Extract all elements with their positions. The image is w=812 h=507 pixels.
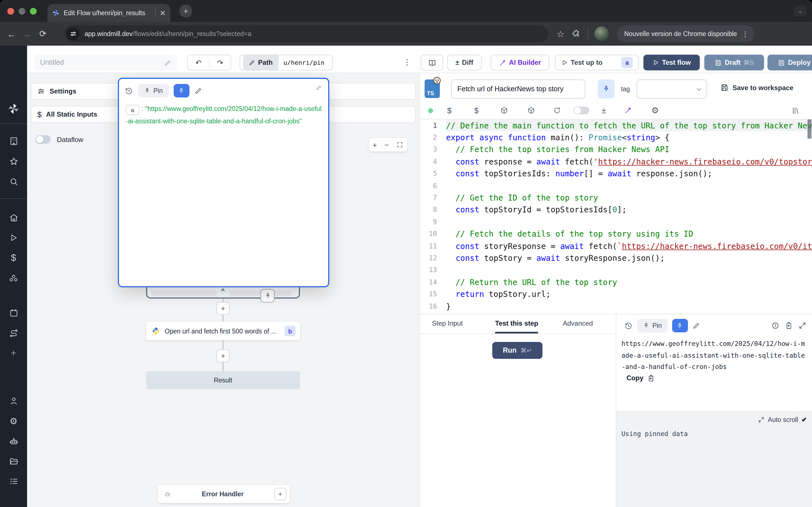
- insert-step-button[interactable]: +: [216, 349, 230, 362]
- copy-button[interactable]: Copy: [626, 374, 655, 382]
- address-bar[interactable]: app.windmill.dev/flows/edit/u/henri/pin_…: [64, 25, 548, 42]
- ai-builder-button[interactable]: AI Builder: [491, 55, 549, 70]
- tab-search-button[interactable]: ⌄: [794, 6, 806, 16]
- back-button[interactable]: ←: [3, 29, 19, 39]
- play-icon: [561, 59, 568, 66]
- step-title-input[interactable]: [451, 79, 585, 99]
- docs-book-button[interactable]: [421, 55, 443, 70]
- resources-dollar-icon[interactable]: $: [474, 101, 479, 119]
- expand-popup-icon[interactable]: [315, 84, 322, 92]
- star-icon[interactable]: [0, 153, 27, 170]
- close-window-button[interactable]: [7, 8, 14, 15]
- new-tab-button[interactable]: +: [179, 4, 192, 17]
- info-icon[interactable]: [771, 322, 779, 330]
- extensions-icon[interactable]: [572, 29, 581, 38]
- error-handler-node[interactable]: Error Handler +: [158, 485, 290, 503]
- home-icon[interactable]: [0, 209, 27, 226]
- gear-icon[interactable]: ⚙: [0, 412, 27, 429]
- sidebar-divider: [0, 198, 27, 199]
- dataflow-toggle[interactable]: [36, 135, 51, 144]
- reload-button[interactable]: ⟳: [35, 29, 51, 39]
- path-button[interactable]: Path u/henri/pin: [240, 55, 333, 70]
- list-icon[interactable]: [0, 473, 27, 490]
- run-button[interactable]: Run⌘↵: [492, 342, 543, 359]
- bookmark-star-icon[interactable]: ☆: [553, 29, 568, 39]
- bug-icon: [163, 490, 171, 498]
- tab-advanced[interactable]: Advanced: [563, 320, 593, 332]
- more-options-icon[interactable]: ⋮: [403, 57, 411, 66]
- auto-scroll-control[interactable]: Auto scroll ✔: [758, 416, 807, 424]
- pin-toggle-button[interactable]: Pin: [138, 84, 168, 98]
- flow-node-b[interactable]: Open url and fetch first 500 words of ..…: [146, 322, 300, 340]
- minimize-window-button[interactable]: [18, 8, 26, 15]
- diff-icon[interactable]: ±: [602, 101, 606, 119]
- draft-button[interactable]: Draft ⌘S: [704, 55, 764, 70]
- save-to-workspace-button[interactable]: Save to workspace: [720, 83, 794, 92]
- fullscreen-icon[interactable]: [799, 322, 806, 330]
- pin-active-button[interactable]: [672, 319, 688, 332]
- calendar-icon[interactable]: [0, 304, 27, 321]
- route-icon[interactable]: [0, 325, 27, 341]
- tab-step-input[interactable]: Step Input: [432, 320, 463, 332]
- pin-toggle-button[interactable]: Pin: [637, 319, 667, 332]
- code-editor[interactable]: 1// Define the main function to fetch th…: [420, 119, 812, 314]
- node-b-label: Open url and fetch first 500 words of ..…: [165, 328, 280, 334]
- node-pin-badge[interactable]: [260, 289, 274, 302]
- package-icon[interactable]: [527, 101, 535, 119]
- editor-settings-gear-icon[interactable]: ⚙: [651, 101, 659, 119]
- plus-icon[interactable]: +: [0, 345, 27, 362]
- insert-step-button[interactable]: +: [216, 302, 230, 315]
- edit-pencil-icon[interactable]: [194, 87, 202, 95]
- checkmark-icon[interactable]: ✔: [802, 416, 807, 424]
- redo-button[interactable]: ↷: [210, 58, 231, 67]
- edit-pencil-icon[interactable]: [692, 322, 700, 330]
- folder-icon[interactable]: [0, 453, 27, 470]
- diff-button[interactable]: ±Diff: [447, 55, 481, 70]
- zoom-in-icon[interactable]: +: [373, 140, 377, 149]
- cubes-icon[interactable]: [0, 270, 27, 287]
- library-icon[interactable]: [791, 101, 800, 119]
- forward-button[interactable]: →: [19, 29, 35, 39]
- profile-avatar[interactable]: [594, 26, 609, 41]
- chrome-update-button[interactable]: Nouvelle version de Chrome disponible ⋮: [617, 25, 755, 42]
- close-tab-icon[interactable]: ✕: [160, 9, 166, 17]
- search-icon[interactable]: [0, 173, 27, 190]
- person-icon[interactable]: [0, 392, 27, 409]
- building-icon[interactable]: [0, 132, 27, 149]
- variables-dollar-icon[interactable]: $: [447, 101, 452, 119]
- edit-pencil-icon[interactable]: [164, 59, 171, 66]
- clipboard-icon[interactable]: [785, 322, 793, 330]
- undo-button[interactable]: ↶: [188, 58, 210, 67]
- test-flow-button[interactable]: Test flow: [644, 55, 700, 70]
- reload-icon[interactable]: [553, 101, 561, 119]
- browser-tab[interactable]: Edit Flow u/henri/pin_results ✕: [47, 4, 170, 22]
- deploy-button[interactable]: Deploy: [767, 55, 812, 70]
- site-settings-icon[interactable]: [66, 27, 80, 40]
- tag-select[interactable]: [637, 79, 707, 99]
- history-icon[interactable]: [124, 87, 133, 95]
- editor-scrollbar[interactable]: [808, 119, 811, 138]
- windmill-logo[interactable]: [0, 100, 27, 117]
- zoom-window-button[interactable]: [30, 8, 37, 15]
- play-icon[interactable]: [0, 229, 27, 246]
- package-icon[interactable]: [500, 101, 508, 119]
- step-pin-button[interactable]: [598, 79, 615, 99]
- zoom-out-icon[interactable]: −: [385, 140, 389, 149]
- browser-menu-icon[interactable]: ⋮: [742, 30, 749, 38]
- collapse-chevron-icon[interactable]: ^: [221, 287, 225, 294]
- result-header-icons: [771, 322, 806, 330]
- pin-active-button[interactable]: [173, 84, 189, 98]
- test-up-to-button[interactable]: Test up to a: [555, 55, 639, 70]
- fit-view-icon[interactable]: [396, 142, 403, 148]
- add-error-handler-button[interactable]: +: [274, 488, 287, 500]
- flow-result-node[interactable]: Result: [146, 371, 300, 389]
- expand-icon[interactable]: [758, 416, 764, 423]
- flow-name-field[interactable]: Untitled: [35, 55, 177, 70]
- editor-toggle[interactable]: [573, 101, 589, 119]
- tab-test-this-step[interactable]: Test this step: [495, 320, 538, 334]
- robot-icon[interactable]: [0, 433, 27, 450]
- dollar-icon[interactable]: $: [0, 249, 27, 267]
- graph-zoom-controls: + −: [369, 138, 407, 152]
- ai-wand-icon[interactable]: [624, 101, 632, 119]
- history-icon[interactable]: [624, 321, 633, 330]
